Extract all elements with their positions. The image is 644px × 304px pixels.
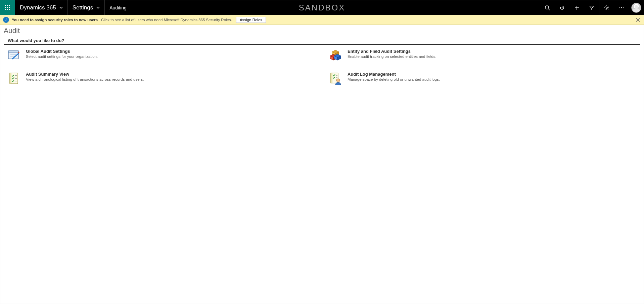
environment-badge: SANDBOX bbox=[299, 0, 345, 15]
svg-point-22 bbox=[619, 7, 620, 8]
notice-close-button[interactable] bbox=[634, 15, 642, 24]
page-title: Audit bbox=[0, 25, 644, 37]
search-icon bbox=[545, 5, 550, 10]
nav-product-label: Dynamics 365 bbox=[20, 4, 56, 11]
nav-breadcrumb[interactable]: Auditing bbox=[105, 0, 131, 15]
nav-product-dropdown[interactable]: Dynamics 365 bbox=[15, 0, 68, 15]
settings-doc-icon bbox=[7, 49, 20, 62]
filter-icon bbox=[589, 5, 594, 10]
new-record-button[interactable] bbox=[569, 0, 584, 15]
svg-rect-28 bbox=[8, 51, 18, 53]
gear-icon bbox=[604, 5, 609, 10]
svg-rect-46 bbox=[331, 73, 332, 83]
checklist-icon bbox=[7, 72, 20, 85]
svg-point-24 bbox=[623, 7, 624, 8]
svg-line-20 bbox=[608, 6, 608, 6]
card-description: View a chronological listing of transact… bbox=[26, 77, 144, 81]
top-navbar: Dynamics 365 Settings Auditing SANDBOX bbox=[0, 0, 644, 15]
card-title: Audit Log Management bbox=[348, 72, 440, 77]
more-button[interactable] bbox=[614, 0, 629, 15]
svg-point-9 bbox=[545, 6, 549, 9]
svg-line-21 bbox=[605, 9, 605, 9]
svg-rect-7 bbox=[7, 9, 8, 10]
card-entity-field-audit[interactable]: Entity and Field Audit Settings Enable a… bbox=[329, 49, 637, 62]
history-icon bbox=[559, 5, 565, 10]
log-user-icon bbox=[329, 72, 342, 85]
advanced-find-button[interactable] bbox=[584, 0, 599, 15]
svg-point-49 bbox=[336, 79, 340, 82]
chevron-down-icon bbox=[59, 6, 63, 9]
prompt-heading: What would you like to do? bbox=[4, 37, 640, 45]
card-global-audit-settings[interactable]: Global Audit Settings Select audit setti… bbox=[7, 49, 315, 62]
assign-roles-button[interactable]: Assign Roles bbox=[236, 17, 266, 23]
svg-point-23 bbox=[621, 7, 622, 8]
user-avatar-button[interactable] bbox=[629, 0, 644, 15]
card-description: Enable audit tracking on selected entiti… bbox=[348, 54, 436, 59]
notice-description: Click to see a list of users who need Mi… bbox=[101, 18, 232, 22]
svg-rect-5 bbox=[9, 7, 10, 8]
svg-rect-4 bbox=[7, 7, 8, 8]
settings-gear-button[interactable] bbox=[599, 0, 614, 15]
card-audit-log-management[interactable]: Audit Log Management Manage space by del… bbox=[329, 72, 637, 85]
cards-grid: Global Audit Settings Select audit setti… bbox=[0, 49, 644, 85]
nav-right-actions bbox=[540, 0, 644, 15]
close-icon bbox=[636, 18, 640, 22]
chevron-down-icon bbox=[96, 6, 100, 9]
avatar-icon bbox=[631, 3, 641, 13]
cubes-icon bbox=[329, 49, 342, 62]
svg-line-19 bbox=[608, 9, 608, 9]
environment-label: SANDBOX bbox=[299, 3, 345, 12]
svg-rect-41 bbox=[10, 73, 11, 84]
card-description: Manage space by deleting old or unwanted… bbox=[348, 77, 440, 81]
info-icon: i bbox=[3, 17, 9, 23]
nav-breadcrumb-label: Auditing bbox=[109, 5, 127, 10]
svg-rect-3 bbox=[5, 7, 6, 8]
svg-rect-0 bbox=[5, 5, 6, 6]
security-roles-notice: i You need to assign security roles to n… bbox=[0, 15, 644, 25]
svg-line-10 bbox=[548, 9, 550, 10]
plus-icon bbox=[574, 5, 580, 10]
card-title: Entity and Field Audit Settings bbox=[348, 49, 436, 54]
nav-area-dropdown[interactable]: Settings bbox=[68, 0, 105, 15]
card-title: Audit Summary View bbox=[26, 72, 144, 77]
svg-point-13 bbox=[606, 7, 607, 8]
ellipsis-icon bbox=[619, 5, 624, 10]
recent-button[interactable] bbox=[555, 0, 569, 15]
svg-line-18 bbox=[605, 6, 605, 6]
app-launcher-button[interactable] bbox=[0, 0, 15, 15]
svg-rect-2 bbox=[9, 5, 10, 6]
svg-rect-8 bbox=[9, 9, 10, 10]
waffle-icon bbox=[5, 5, 10, 10]
nav-area-label: Settings bbox=[73, 4, 93, 11]
card-description: Select audit settings for your organizat… bbox=[26, 54, 98, 59]
search-button[interactable] bbox=[540, 0, 555, 15]
notice-heading: You need to assign security roles to new… bbox=[12, 18, 98, 22]
card-title: Global Audit Settings bbox=[26, 49, 98, 54]
svg-rect-6 bbox=[5, 9, 6, 10]
svg-rect-1 bbox=[7, 5, 8, 6]
card-audit-summary-view[interactable]: Audit Summary View View a chronological … bbox=[7, 72, 315, 85]
